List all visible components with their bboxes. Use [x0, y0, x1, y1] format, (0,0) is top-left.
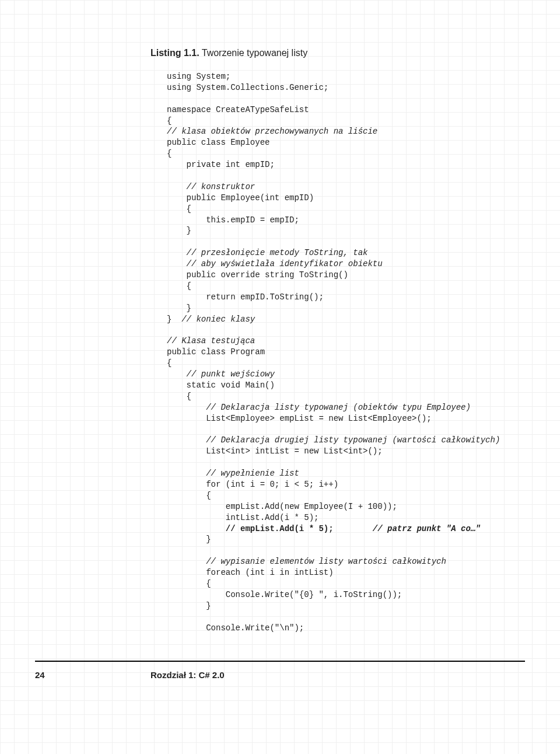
code-comment: // Deklaracja listy typowanej (obiektów … — [167, 403, 471, 412]
code-line: using System.Collections.Generic; — [167, 83, 328, 92]
listing-heading: Listing 1.1. Tworzenie typowanej listy — [150, 48, 524, 58]
code-line: } — [167, 601, 211, 610]
code-line: } — [167, 535, 211, 544]
code-line: namespace CreateATypeSafeList — [167, 105, 309, 114]
code-line: } — [167, 226, 191, 235]
code-line: List<int> intList = new List<int>(); — [167, 446, 383, 456]
code-comment: // przesłonięcie metody ToString, tak — [167, 248, 368, 257]
code-line: return empID.ToString(); — [167, 292, 324, 302]
code-line: public override string ToString() — [167, 270, 348, 280]
code-comment: // klasa obiektów przechowywanych na liś… — [167, 127, 377, 136]
footer-rule — [35, 661, 525, 662]
listing-title: Tworzenie typowanej listy — [202, 48, 307, 58]
code-line: { — [167, 491, 211, 500]
code-line: public class Employee — [167, 138, 270, 147]
code-line: public class Program — [167, 347, 265, 357]
code-line: for (int i = 0; i < 5; i++) — [167, 480, 338, 489]
page-number: 24 — [35, 670, 45, 680]
page-content: Listing 1.1. Tworzenie typowanej listy u… — [150, 48, 524, 633]
code-line: List<Employee> empList = new List<Employ… — [167, 414, 432, 423]
code-line: public Employee(int empID) — [167, 193, 314, 203]
code-comment: // punkt wejściowy — [167, 369, 275, 379]
code-line: using System; — [167, 72, 230, 81]
code-comment: // Klasa testująca — [167, 336, 255, 345]
code-line: Console.Write("{0} ", i.ToString()); — [167, 590, 402, 599]
code-comment: // Deklaracja drugiej listy typowanej (w… — [167, 435, 500, 445]
code-line: this.empID = empID; — [167, 215, 299, 225]
code-comment: // aby wyświetlała identyfikator obiektu — [167, 259, 383, 268]
code-line: { — [167, 392, 191, 401]
code-comment: // koniec klasy — [181, 315, 255, 324]
code-line: private int empID; — [167, 160, 275, 169]
code-line: static void Main() — [167, 381, 275, 390]
code-line: } — [167, 315, 181, 324]
code-comment-bold: // patrz punkt "A co…" — [373, 524, 481, 533]
code-listing: using System; using System.Collections.G… — [167, 71, 524, 633]
code-comment: // wypisanie elementów listy wartości ca… — [167, 557, 446, 566]
code-line: { — [167, 579, 211, 588]
code-comment: // wypełnienie list — [167, 469, 299, 478]
code-line: empList.Add(new Employee(I + 100)); — [167, 502, 397, 511]
code-line: { — [167, 149, 172, 158]
code-line: Console.Write("\n"); — [167, 623, 304, 633]
code-line: intList.Add(i * 5); — [167, 513, 318, 522]
code-line: { — [167, 116, 172, 125]
listing-number: Listing 1.1. — [150, 48, 200, 58]
code-bold: // empList.Add(i * 5); — [167, 524, 373, 533]
code-line: } — [167, 303, 191, 313]
code-line: { — [167, 358, 172, 368]
code-comment: // konstruktor — [167, 182, 255, 191]
code-line: foreach (int i in intList) — [167, 568, 334, 577]
code-line: { — [167, 204, 191, 214]
chapter-title: Rozdział 1: C# 2.0 — [150, 670, 225, 680]
code-line: { — [167, 281, 191, 291]
